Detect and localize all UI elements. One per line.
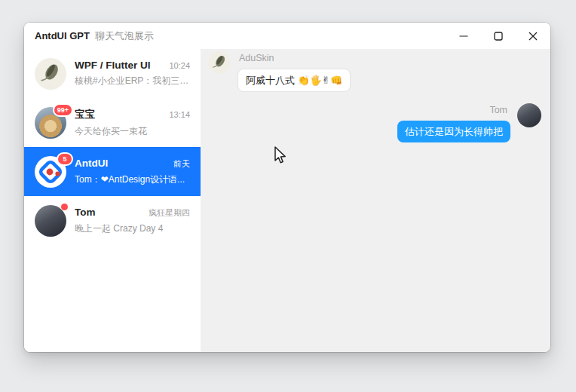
conversation-name: AntdUI [75, 158, 108, 169]
conversation-item-antdui[interactable]: 5 AntdUI 前天 Tom：❤AntDesign设计语... [24, 147, 201, 196]
maximize-icon [494, 32, 503, 41]
conversation-preview: 核桃#小企业ERP：我初三就... [75, 75, 190, 87]
aduskin-avatar [208, 51, 231, 74]
unread-dot-badge [61, 204, 68, 210]
message-bubble[interactable]: 阿威十八式 👏🖐✌👊 [237, 69, 351, 92]
title-bar[interactable]: AntdUI GPT 聊天气泡展示 [24, 23, 550, 49]
conversation-time: 13:14 [169, 110, 190, 119]
conversation-preview: 今天给你买一束花 [75, 125, 190, 138]
minimize-button[interactable] [446, 23, 481, 49]
message-incoming: AduSkin 阿威十八式 👏🖐✌👊 [208, 51, 351, 92]
tom-avatar [517, 103, 541, 127]
conversation-preview: 晚上一起 Crazy Day 4 [75, 222, 190, 235]
avatar [35, 58, 66, 90]
message-author: Tom [489, 105, 507, 115]
app-window: AntdUI GPT 聊天气泡展示 [24, 23, 550, 352]
conversation-time: 前天 [173, 158, 190, 170]
message-outgoing: Tom 估计还是因为长得帅把 [397, 103, 541, 142]
app-title: AntdUI GPT [35, 30, 90, 41]
conversation-time: 10:24 [169, 61, 190, 70]
message-bubble[interactable]: 估计还是因为长得帅把 [397, 121, 510, 142]
conversation-name: WPF / Flutter UI [75, 60, 151, 71]
avatar [35, 205, 66, 237]
message-author: AduSkin [239, 53, 351, 63]
maximize-button[interactable] [481, 23, 516, 49]
conversation-item-baobao[interactable]: 99+ 宝宝 13:14 今天给你买一束花 [24, 98, 201, 147]
conversation-name: 宝宝 [75, 108, 95, 121]
conversation-item-tom[interactable]: Tom 疯狂星期四 晚上一起 Crazy Day 4 [24, 196, 201, 245]
message-area[interactable]: AduSkin 阿威十八式 👏🖐✌👊 Tom 估计还是因为长得帅把 [201, 49, 550, 352]
avatar: 99+ [35, 107, 66, 139]
avatar: 5 [35, 156, 66, 188]
conversation-name: Tom [75, 207, 96, 218]
feather-avatar-image [35, 58, 66, 90]
conversation-time: 疯狂星期四 [149, 207, 190, 219]
app-subtitle: 聊天气泡展示 [95, 29, 154, 43]
close-button[interactable] [516, 23, 550, 49]
conversation-item-wpf-flutter[interactable]: WPF / Flutter UI 10:24 核桃#小企业ERP：我初三就... [24, 49, 201, 98]
close-icon [529, 32, 538, 41]
conversation-list: WPF / Flutter UI 10:24 核桃#小企业ERP：我初三就...… [24, 49, 201, 352]
window-controls [446, 23, 550, 49]
desktop-background: AntdUI GPT 聊天气泡展示 [0, 0, 576, 392]
minimize-icon [459, 32, 468, 41]
unread-count-badge: 99+ [53, 103, 73, 117]
conversation-preview: Tom：❤AntDesign设计语... [75, 173, 190, 186]
unread-count-badge: 5 [57, 152, 73, 166]
